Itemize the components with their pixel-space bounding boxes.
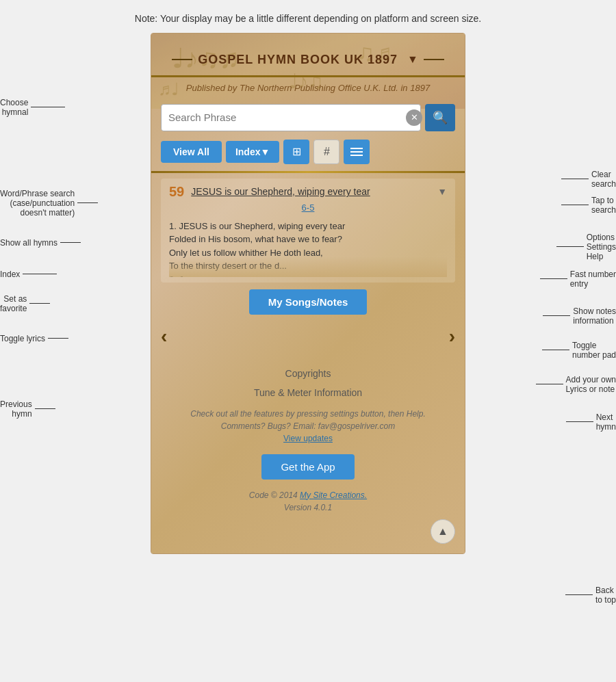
grid-button[interactable]: ⊞ (283, 140, 309, 164)
copyrights-link[interactable]: Copyrights (165, 368, 451, 379)
app-frame-inner: ♩♪♫♬ ♩♪♫ ♬♩ ♫♬ GOSPEL HYMN BOOK UK 1897 … (151, 34, 465, 553)
title-line-right (424, 59, 444, 60)
title-line-left (172, 59, 192, 60)
nav-row: ‹ › (151, 322, 465, 357)
content-area: Choose hymnal Word/Phrase search (case/p… (0, 33, 616, 554)
annotation-previous-hymn: Previous hymn (0, 399, 55, 419)
annotation-choose-hymnal: Choose hymnal (0, 98, 65, 117)
search-go-button[interactable]: 🔍 (425, 104, 455, 131)
lyric-line-2: Folded in His bosom, what have we to fea… (169, 233, 447, 246)
lyric-line-3: Only let us follow whither He doth lead, (169, 246, 447, 260)
next-hymn-button[interactable]: › (449, 326, 455, 347)
hash-button[interactable]: # (313, 140, 339, 164)
annotation-set-favorite: Set as favorite (0, 294, 50, 313)
annotation-toggle-numpad: Toggle number pad (542, 341, 616, 360)
annotation-show-all: Show all hymns (0, 238, 81, 248)
annotation-next-hymn: Next hymn (566, 412, 616, 432)
annotation-fast-number: Fast number entry (540, 270, 616, 289)
publisher-line: Published by The Northern Publishing Off… (151, 77, 465, 100)
view-all-button[interactable]: View All (161, 141, 222, 163)
page-wrapper: Note: Your display may be a little diffe… (0, 0, 616, 554)
index-button[interactable]: Index▼ (226, 141, 279, 163)
search-icon: 🔍 (433, 110, 448, 125)
lyric-line-4: To the thirsty desert or the d... (169, 259, 447, 273)
lyric-line-5: 2. Jesu... (169, 273, 447, 277)
annotation-tap-search: Tap to search (561, 196, 616, 215)
tune-meter-link[interactable]: Tune & Meter Information (165, 387, 451, 398)
hymnal-title-bar[interactable]: GOSPEL HYMN BOOK UK 1897 ▼ (151, 34, 465, 77)
hymnal-dropdown-arrow: ▼ (407, 53, 418, 66)
hymn-number: 59 (169, 184, 184, 200)
hymn-header: 59 JESUS is our Shepherd, wiping every t… (169, 184, 447, 200)
code-line: Code © 2014 My Site Creations. (165, 490, 451, 500)
prev-hymn-button[interactable]: ‹ (161, 326, 167, 347)
hymn-title[interactable]: JESUS is our Shepherd, wiping every tear (191, 186, 431, 197)
get-app-button[interactable]: Get the App (261, 454, 354, 480)
my-songs-button[interactable]: My Songs/Notes (249, 289, 368, 315)
hymn-lyrics: 1. JESUS is our Shepherd, wiping every t… (169, 215, 447, 277)
annotation-toggle-lyrics: Toggle lyrics (0, 334, 68, 343)
hymn-ref[interactable]: 6-5 (169, 202, 447, 213)
lyric-line-1: 1. JESUS is our Shepherd, wiping every t… (169, 220, 447, 233)
back-to-top-button[interactable]: ▲ (431, 519, 455, 544)
annotation-word-phrase: Word/Phrase search (case/punctuation doe… (0, 189, 98, 218)
hash-icon: # (324, 146, 330, 158)
annotation-options: Options Settings Help (556, 233, 616, 261)
app-frame: ♩♪♫♬ ♩♪♫ ♬♩ ♫♬ GOSPEL HYMN BOOK UK 1897 … (151, 33, 465, 554)
version-line: Version 4.0.1 (165, 503, 451, 512)
divider-line (151, 171, 465, 173)
footer-note-1: Check out all the features by pressing s… (165, 409, 451, 419)
annotation-back-top: Back to top (565, 586, 616, 605)
hymn-lyrics-text: 1. JESUS is our Shepherd, wiping every t… (169, 220, 447, 277)
my-site-link[interactable]: My Site Creations. (300, 490, 367, 500)
hymnal-title-content: GOSPEL HYMN BOOK UK 1897 ▼ (172, 53, 444, 67)
hamburger-icon (350, 148, 363, 156)
annotation-clear-search: Clear search (561, 170, 616, 189)
hymnal-title: GOSPEL HYMN BOOK UK 1897 (198, 53, 398, 67)
search-row: ✕ 🔍 (151, 100, 465, 137)
hymn-entry: 59 JESUS is our Shepherd, wiping every t… (161, 179, 455, 283)
button-row: View All Index▼ ⊞ # (151, 137, 465, 171)
view-updates-link[interactable]: View updates (165, 434, 451, 443)
menu-button[interactable] (344, 140, 370, 164)
hymn-dropdown-icon[interactable]: ▼ (437, 186, 447, 197)
bottom-section: Copyrights Tune & Meter Information Chec… (151, 357, 465, 551)
annotation-add-lyrics: Add your own Lyrics or note (536, 375, 616, 394)
code-text: Code © 2014 (249, 490, 298, 500)
footer-note-2: Comments? Bugs? Email: fav@gospelriver.c… (165, 421, 451, 431)
up-arrow-icon: ▲ (437, 525, 448, 538)
annotation-show-notes: Show notes information (543, 306, 616, 326)
search-clear-button[interactable]: ✕ (406, 109, 422, 126)
annotation-index: Index (0, 270, 57, 279)
grid-icon: ⊞ (292, 145, 301, 158)
top-note: Note: Your display may be a little diffe… (0, 0, 616, 33)
clear-icon: ✕ (411, 112, 418, 122)
search-input[interactable] (161, 104, 421, 131)
